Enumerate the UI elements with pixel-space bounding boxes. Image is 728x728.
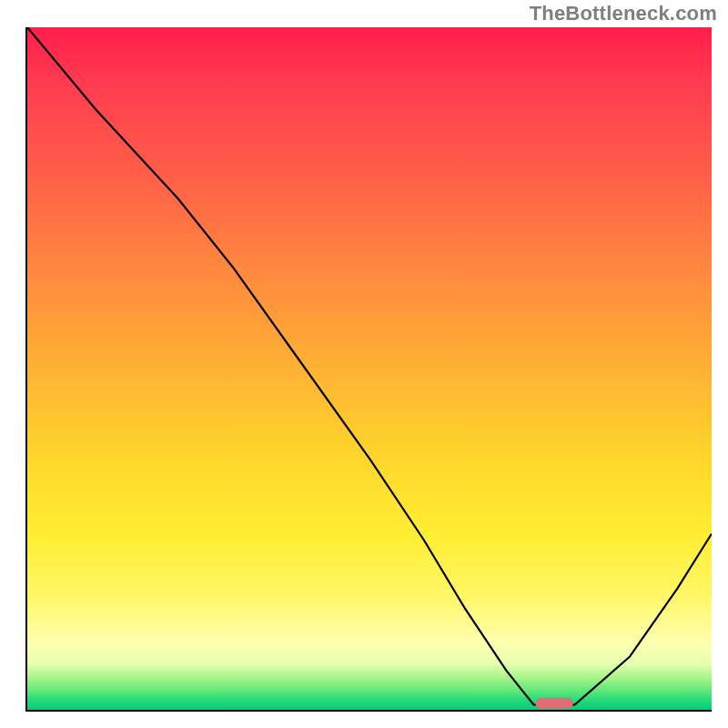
plot-area: [27, 27, 712, 712]
y-axis: [25, 27, 27, 712]
optimal-marker: [535, 698, 572, 709]
curve-layer: [27, 27, 712, 712]
x-axis: [27, 710, 712, 712]
chart-container: TheBottleneck.com: [0, 0, 728, 728]
bottleneck-curve-line: [27, 27, 712, 705]
watermark-text: TheBottleneck.com: [530, 2, 717, 25]
